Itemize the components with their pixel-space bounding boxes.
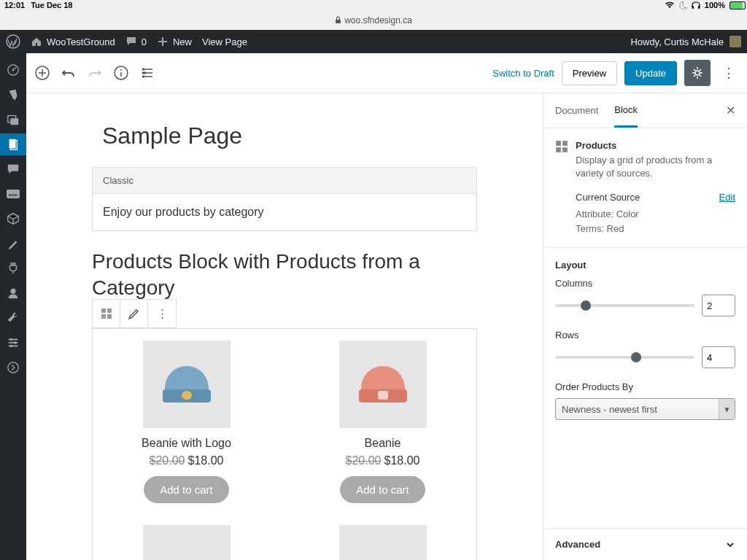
product-image [143,525,231,560]
more-options-button[interactable]: ⋮ [718,61,740,85]
svg-rect-26 [101,314,106,319]
order-label: Order Products By [555,381,735,392]
add-to-cart-button[interactable]: Add to cart [340,476,425,503]
add-to-cart-button[interactable]: Add to cart [144,476,229,503]
svg-point-16 [10,338,13,341]
editor-header: Switch to Draft Preview Update ⋮ [26,53,747,93]
outline-button[interactable] [139,64,156,82]
edit-source-link[interactable]: Edit [719,192,735,203]
site-home-link[interactable]: WooTestGround [31,36,115,47]
sidebar-item-posts[interactable] [0,84,26,106]
product-image [143,341,231,428]
switch-to-draft-link[interactable]: Switch to Draft [492,68,554,79]
svg-point-17 [14,341,17,344]
sidebar-item-settings[interactable] [0,332,26,354]
redo-button[interactable] [86,64,104,82]
product-title: Beanie with Logo [142,437,231,450]
svg-rect-24 [101,308,106,313]
block-more-button[interactable]: ⋮ [148,300,176,327]
wp-admin-sidebar: woo [0,53,26,560]
tab-block[interactable]: Block [614,93,638,128]
add-block-button[interactable] [34,64,51,82]
editor-canvas[interactable]: Sample Page Classic Enjoy our products b… [26,93,543,560]
settings-tabs: Document Block ✕ [543,93,747,128]
rows-slider[interactable] [555,356,694,359]
columns-slider[interactable] [555,304,694,307]
svg-rect-27 [107,314,112,319]
preview-button[interactable]: Preview [562,61,617,85]
page-title[interactable]: Sample Page [102,122,477,149]
close-settings-button[interactable]: ✕ [726,104,735,117]
sidebar-item-tools[interactable] [0,307,26,329]
svg-rect-2 [336,20,341,23]
classic-block-content[interactable]: Enjoy our products by category [93,194,476,230]
rows-input[interactable] [702,346,735,368]
tab-document[interactable]: Document [555,93,598,128]
url-host: woo.sfndesign.ca [344,15,412,26]
undo-button[interactable] [60,64,77,82]
status-time: 12:01 [4,1,25,9]
sidebar-item-collapse[interactable] [0,357,26,378]
classic-block[interactable]: Classic Enjoy our products by category [92,167,477,231]
product-price: $20.00$18.00 [346,454,420,467]
grid-icon [555,140,568,180]
sidebar-item-products[interactable] [0,208,26,230]
svg-rect-25 [107,308,112,313]
wp-admin-bar: WooTestGround 0 New View Page Howdy, Cur… [0,30,747,53]
wordpress-logo-icon[interactable] [6,34,20,49]
columns-input[interactable] [702,295,735,316]
comments-count: 0 [142,36,147,47]
svg-point-19 [8,362,18,373]
rows-label: Rows [555,330,735,341]
svg-rect-31 [562,147,568,152]
view-page-link[interactable]: View Page [202,36,247,47]
product-image [339,525,427,560]
svg-point-12 [10,289,15,294]
moon-icon [679,1,687,9]
block-toolbar: ⋮ [92,299,177,328]
svg-rect-0 [692,6,694,9]
user-greeting[interactable]: Howdy, Curtis McHale [630,36,724,47]
avatar[interactable] [729,36,741,47]
product-title: Beanie [365,437,401,450]
sidebar-item-woocommerce[interactable]: woo [0,183,26,205]
product-price: $20.00$18.00 [150,454,224,467]
advanced-panel-toggle[interactable]: Advanced [543,528,747,560]
svg-rect-29 [562,141,568,146]
sidebar-item-plugins[interactable] [0,257,26,279]
svg-point-5 [12,69,15,71]
edit-block-button[interactable] [120,300,148,327]
svg-rect-28 [556,141,561,146]
sidebar-item-users[interactable] [0,282,26,304]
svg-rect-1 [698,6,700,9]
order-select[interactable]: Newness - newest first ▼ [555,398,735,420]
block-type-icon[interactable] [93,300,120,327]
products-grid-block[interactable]: Beanie with Logo $20.00$18.00 Add to car… [92,328,477,560]
status-date: Tue Dec 18 [31,1,72,9]
sidebar-item-media[interactable] [0,109,26,131]
columns-label: Columns [555,278,735,289]
product-card: Beanie with Logo $20.00$18.00 Add to car… [103,341,270,503]
product-card [299,525,466,560]
comments-link[interactable]: 0 [125,36,147,47]
block-description: Display a grid of products from a variet… [576,154,735,180]
sidebar-item-appearance[interactable] [0,233,26,254]
new-label: New [173,36,192,47]
product-image [339,341,427,428]
layout-section-title: Layout [555,260,735,271]
new-content-link[interactable]: New [157,36,192,47]
sidebar-item-comments[interactable] [0,158,26,180]
product-card [103,525,270,560]
svg-point-23 [695,71,700,75]
settings-toggle-button[interactable] [684,60,711,86]
block-settings-panel: Document Block ✕ Products Display a grid… [543,93,747,560]
update-button[interactable]: Update [624,61,677,85]
sidebar-item-pages[interactable] [0,133,26,155]
sidebar-item-dashboard[interactable] [0,59,26,81]
source-attribute: Attribute: Color [576,207,735,222]
lock-icon [335,16,341,24]
block-heading[interactable]: Products Block with Products from a Cate… [92,249,477,302]
source-label: Current Source [576,192,640,203]
info-button[interactable] [112,64,130,82]
headphones-icon [692,1,700,9]
